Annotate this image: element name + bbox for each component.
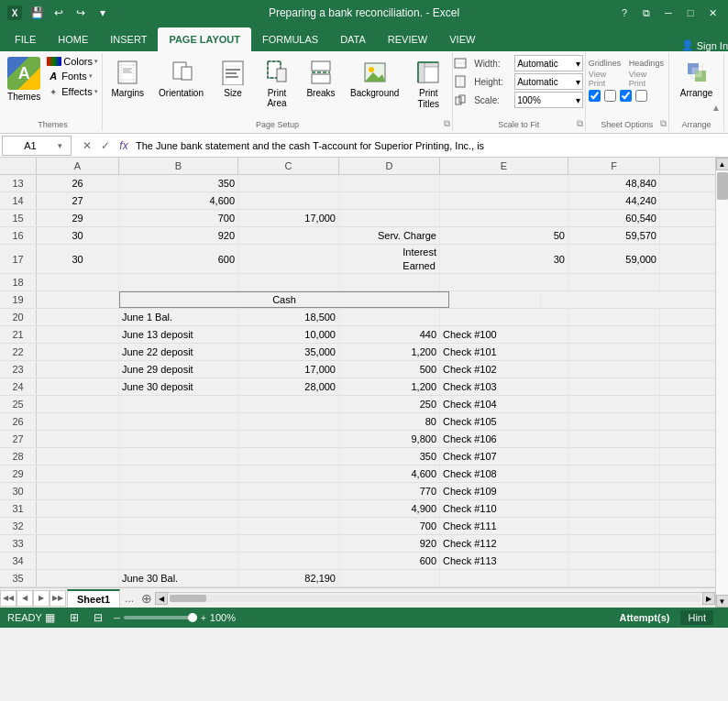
fonts-button[interactable]: A Fonts ▾: [45, 69, 100, 83]
cell-e27[interactable]: Check #106: [440, 431, 568, 447]
col-header-a[interactable]: A: [37, 158, 119, 174]
cell-a17[interactable]: 30: [37, 245, 119, 273]
tab-formulas[interactable]: FORMULAS: [251, 27, 329, 51]
cell-d18[interactable]: [339, 274, 440, 290]
cell-e34[interactable]: Check #113: [440, 553, 568, 569]
cell-c32[interactable]: [238, 518, 339, 534]
cell-b25[interactable]: [119, 396, 238, 412]
sheet-nav-last[interactable]: ▶▶: [50, 590, 66, 607]
cell-e15[interactable]: [440, 210, 568, 226]
cell-a27[interactable]: [37, 431, 119, 447]
cell-f15[interactable]: 60,540: [568, 210, 660, 226]
cell-c16[interactable]: [238, 227, 339, 244]
arrange-button[interactable]: Arrange: [675, 55, 719, 101]
redo-button[interactable]: ↪: [72, 5, 90, 21]
cell-b15[interactable]: 700: [119, 210, 238, 226]
cell-e20[interactable]: [440, 309, 568, 325]
page-break-view-button[interactable]: ⊟: [90, 609, 106, 626]
horizontal-scrollbar[interactable]: ◀ ▶: [155, 592, 715, 605]
zoom-out-button[interactable]: ─: [114, 613, 120, 623]
cell-f33[interactable]: [568, 535, 660, 552]
cell-d29[interactable]: 4,600: [339, 466, 440, 482]
cell-a25[interactable]: [37, 396, 119, 412]
sheet-nav-next[interactable]: ▶: [33, 590, 50, 607]
col-header-d[interactable]: D: [339, 158, 440, 174]
close-button[interactable]: ✕: [704, 6, 721, 19]
cell-f22[interactable]: [568, 344, 660, 360]
cell-e31[interactable]: Check #110: [440, 500, 568, 517]
cell-f21[interactable]: [568, 326, 660, 343]
cell-f20[interactable]: [568, 309, 660, 325]
cell-a23[interactable]: [37, 361, 119, 378]
size-button[interactable]: Size: [213, 55, 253, 101]
cell-e13[interactable]: [440, 175, 568, 192]
cell-d24[interactable]: 1,200: [339, 378, 440, 395]
cell-f14[interactable]: 44,240: [568, 192, 660, 209]
normal-view-button[interactable]: ▦: [42, 609, 59, 626]
cell-d22[interactable]: 1,200: [339, 344, 440, 360]
cell-a20[interactable]: [37, 309, 119, 325]
sheet-tab-sheet1[interactable]: Sheet1: [67, 589, 120, 608]
help-button[interactable]: ?: [616, 6, 633, 19]
undo-button[interactable]: ↩: [50, 5, 68, 21]
cell-d32[interactable]: 700: [339, 518, 440, 534]
cell-d15[interactable]: [339, 210, 440, 226]
cell-d20[interactable]: [339, 309, 440, 325]
scroll-left-button[interactable]: ◀: [155, 592, 168, 605]
cell-ref-dropdown[interactable]: ▾: [58, 141, 71, 150]
cell-b19-cash[interactable]: Cash: [119, 291, 449, 308]
width-dropdown[interactable]: Automatic ▾: [514, 55, 583, 71]
cell-b22[interactable]: June 22 deposit: [119, 344, 238, 360]
cell-e16[interactable]: 50: [440, 227, 568, 244]
cell-b17[interactable]: 600: [119, 245, 238, 273]
confirm-formula-button[interactable]: ✓: [97, 137, 114, 154]
print-area-button[interactable]: Print Area: [257, 55, 297, 111]
cell-a31[interactable]: [37, 500, 119, 517]
cell-d30[interactable]: 770: [339, 483, 440, 499]
cell-b14[interactable]: 4,600: [119, 192, 238, 209]
cell-f24[interactable]: [568, 378, 660, 395]
cell-e24[interactable]: Check #103: [440, 378, 568, 395]
cell-f29[interactable]: [568, 466, 660, 482]
cell-f16[interactable]: 59,570: [568, 227, 660, 244]
formula-input[interactable]: [132, 138, 726, 153]
tab-view[interactable]: VIEW: [438, 27, 486, 51]
cell-c29[interactable]: [238, 466, 339, 482]
zoom-slider[interactable]: [124, 616, 197, 619]
cell-e26[interactable]: Check #105: [440, 413, 568, 430]
save-button[interactable]: 💾: [28, 5, 46, 21]
cell-f23[interactable]: [568, 361, 660, 378]
cell-b20[interactable]: June 1 Bal.: [119, 309, 238, 325]
cell-c21[interactable]: 10,000: [238, 326, 339, 343]
cell-c25[interactable]: [238, 396, 339, 412]
cell-f27[interactable]: [568, 431, 660, 447]
restore-button[interactable]: ⧉: [638, 6, 655, 19]
cell-a30[interactable]: [37, 483, 119, 499]
print-titles-button[interactable]: Print Titles: [408, 55, 448, 113]
cell-c20[interactable]: 18,500: [238, 309, 339, 325]
col-header-e[interactable]: E: [440, 158, 568, 174]
zoom-in-button[interactable]: +: [201, 613, 206, 623]
cell-b18[interactable]: [119, 274, 238, 290]
scale-dropdown[interactable]: 100% ▾: [514, 92, 583, 108]
tab-insert[interactable]: INSERT: [99, 27, 158, 51]
cell-e29[interactable]: Check #108: [440, 466, 568, 482]
cell-c14[interactable]: [238, 192, 339, 209]
cell-f26[interactable]: [568, 413, 660, 430]
cell-d28[interactable]: 350: [339, 448, 440, 465]
cell-d25[interactable]: 250: [339, 396, 440, 412]
scale-expand[interactable]: ⧉: [577, 118, 583, 129]
scroll-up-button[interactable]: ▲: [716, 158, 729, 170]
cell-e14[interactable]: [440, 192, 568, 209]
customize-qa-button[interactable]: ▾: [94, 5, 112, 21]
margins-button[interactable]: Margins: [105, 55, 149, 101]
cell-e17[interactable]: 30: [440, 245, 568, 273]
col-header-f[interactable]: F: [568, 158, 660, 174]
cell-f19[interactable]: [449, 291, 541, 308]
cell-e32[interactable]: Check #111: [440, 518, 568, 534]
cell-f18[interactable]: [568, 274, 660, 290]
sheet-options-expand[interactable]: ⧉: [660, 118, 667, 129]
sheet-nav-first[interactable]: ◀◀: [0, 590, 17, 607]
height-dropdown[interactable]: Automatic ▾: [514, 73, 583, 90]
cell-e23[interactable]: Check #102: [440, 361, 568, 378]
